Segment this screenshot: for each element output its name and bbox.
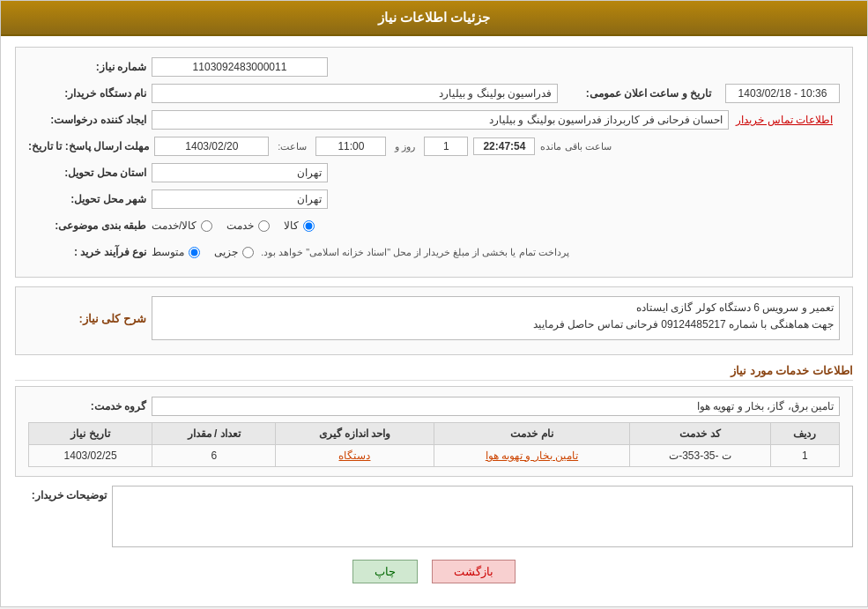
response-countdown-value: 22:47:54	[473, 137, 535, 155]
city-row: شهر محل تحویل: تهران	[28, 189, 840, 210]
announce-date-value: 1403/02/18 - 10:36	[725, 84, 840, 103]
creator-label: ایجاد کننده درخواست:	[28, 114, 152, 126]
table-cell: 1403/02/25	[29, 445, 152, 467]
buyer-notes-row: توضیحات خریدار:	[15, 486, 853, 547]
col-code: کد خدمت	[630, 423, 771, 445]
purchase-type-row: نوع فرآیند خرید : متوسط جزیی	[28, 241, 840, 263]
category-radio-kala[interactable]: کالا	[284, 219, 316, 232]
buyer-notes-label: توضیحات خریدار:	[15, 486, 112, 501]
category-service-label: خدمت	[226, 219, 254, 232]
table-cell: 1	[770, 445, 839, 467]
category-label: طبقه بندی موضوعی:	[28, 219, 152, 232]
service-group-label: گروه خدمت:	[28, 400, 152, 412]
col-date: تاریخ نیاز	[29, 423, 152, 445]
need-number-row: شماره نیاز: 1103092483000011	[28, 56, 840, 78]
info-section: شماره نیاز: 1103092483000011 نام دستگاه …	[15, 47, 853, 278]
category-radio-group: کالا/خدمت خدمت کالا	[152, 219, 316, 232]
response-countdown-label: ساعت باقی مانده	[540, 141, 611, 152]
print-button[interactable]: چاپ	[352, 560, 418, 583]
response-deadline-row: مهلت ارسال پاسخ: تا تاریخ: 1403/02/20 سا…	[28, 136, 840, 157]
description-row: شرح کلی نیاز: تعمیر و سرویس 6 دستگاه کول…	[28, 296, 840, 340]
buyer-notes-textarea[interactable]	[112, 486, 853, 547]
services-section: گروه خدمت: تامین برق، گاز، بخار و تهویه …	[15, 386, 853, 477]
service-group-value: تامین برق، گاز، بخار و تهویه هوا	[152, 397, 840, 416]
purchase-type-radio-medium-input[interactable]	[189, 247, 200, 258]
services-section-title: اطلاعات خدمات مورد نیاز	[15, 364, 853, 381]
back-button[interactable]: بازگشت	[432, 560, 516, 583]
province-value: تهران	[152, 163, 328, 182]
service-group-row: گروه خدمت: تامین برق، گاز، بخار و تهویه …	[28, 396, 840, 417]
purchase-note: پرداخت تمام یا بخشی از مبلغ خریدار از مح…	[261, 247, 569, 258]
category-radio-kala-service-input[interactable]	[201, 220, 212, 232]
response-days-value: 1	[424, 137, 468, 156]
category-radio-service[interactable]: خدمت	[226, 219, 271, 232]
category-radio-kala-service[interactable]: کالا/خدمت	[152, 219, 214, 232]
station-label: نام دستگاه خریدار:	[28, 87, 152, 100]
province-label: استان محل تحویل:	[28, 167, 152, 179]
purchase-type-medium-label: متوسط	[152, 246, 184, 258]
page-title: جزئیات اطلاعات نیاز	[378, 10, 490, 25]
table-cell: 6	[152, 445, 276, 467]
response-date-value: 1403/02/20	[154, 137, 269, 156]
category-radio-service-input[interactable]	[258, 220, 270, 232]
col-qty: تعداد / مقدار	[152, 423, 276, 445]
creator-row: ایجاد کننده درخواست: احسان فرحانی فر کار…	[28, 109, 840, 130]
description-value: تعمیر و سرویس 6 دستگاه کولر گازی ایستاده…	[152, 296, 840, 340]
col-unit: واحد اندازه گیری	[276, 423, 434, 445]
response-deadline-label: مهلت ارسال پاسخ: تا تاریخ:	[28, 140, 154, 152]
col-row-num: ردیف	[770, 423, 839, 445]
creator-value: احسان فرحانی فر کاربرداز فدراسیون بولینگ…	[152, 110, 729, 130]
response-time-label: ساعت:	[278, 141, 307, 152]
province-row: استان محل تحویل: تهران	[28, 162, 840, 183]
station-value: فدراسیون بولینگ و بیلیارد	[152, 84, 558, 103]
response-time-value: 11:00	[315, 137, 386, 156]
purchase-type-radio-medium[interactable]: متوسط	[152, 246, 202, 258]
station-date-row: نام دستگاه خریدار: فدراسیون بولینگ و بیل…	[28, 83, 840, 104]
table-row: 1ت -35-353-تتامین بخار و تهویه هوادستگاه…	[29, 445, 840, 467]
response-day-label: روز و	[395, 141, 415, 152]
table-header-row: ردیف کد خدمت نام خدمت واحد اندازه گیری ت…	[29, 423, 840, 445]
city-label: شهر محل تحویل:	[28, 193, 152, 205]
category-radio-kala-input[interactable]	[303, 220, 315, 232]
table-cell: تامین بخار و تهویه هوا	[434, 445, 630, 467]
category-kala-service-label: کالا/خدمت	[152, 219, 197, 232]
contact-link[interactable]: اطلاعات تماس خریدار	[736, 114, 833, 126]
category-row: طبقه بندی موضوعی: کالا/خدمت خدمت	[28, 215, 840, 236]
table-cell: دستگاه	[276, 445, 434, 467]
description-section: شرح کلی نیاز: تعمیر و سرویس 6 دستگاه کول…	[15, 286, 853, 355]
purchase-type-radio-group: متوسط جزیی	[152, 246, 256, 258]
need-number-value: 1103092483000011	[152, 57, 328, 77]
purchase-type-label: نوع فرآیند خرید :	[28, 246, 152, 258]
need-number-label: شماره نیاز:	[28, 61, 152, 73]
purchase-type-partial-label: جزیی	[214, 246, 238, 258]
table-cell: ت -35-353-ت	[630, 445, 771, 467]
purchase-type-radio-partial-input[interactable]	[242, 247, 254, 258]
page-header: جزئیات اطلاعات نیاز	[1, 1, 867, 36]
button-row: بازگشت چاپ	[15, 560, 853, 596]
city-value: تهران	[152, 189, 328, 209]
announce-date-label: تاریخ و ساعت اعلان عمومی:	[567, 87, 716, 100]
col-name: نام خدمت	[434, 423, 630, 445]
category-kala-label: کالا	[284, 219, 299, 232]
description-label: شرح کلی نیاز:	[28, 312, 152, 325]
purchase-type-radio-partial[interactable]: جزیی	[214, 246, 256, 258]
services-table: ردیف کد خدمت نام خدمت واحد اندازه گیری ت…	[28, 422, 840, 467]
